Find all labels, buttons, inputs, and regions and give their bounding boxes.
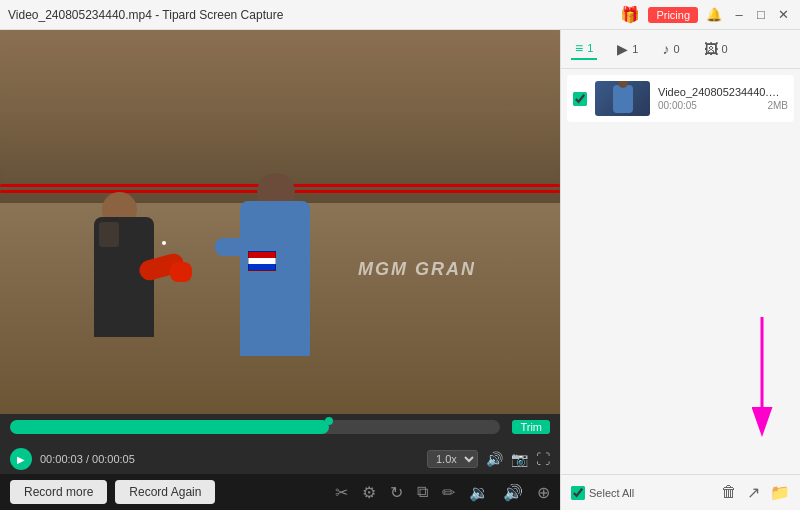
media-filename: Video_240805234440.mp4 [658, 86, 788, 98]
folder-icon[interactable]: 📁 [770, 483, 790, 502]
list-icon: ≡ [575, 40, 583, 56]
bottom-action-bar: Record more Record Again ✂ ⚙ ↻ ⧉ ✏ 🔉 🔊 ⊕ [0, 474, 560, 510]
referee [235, 156, 325, 356]
referee-body [240, 201, 310, 356]
time-total: 00:00:05 [92, 453, 135, 465]
mgm-grand-text: MGM GRAN [358, 259, 476, 280]
video-frame: MGM GRAN [0, 30, 560, 414]
title-bar: Video_240805234440.mp4 - Tipard Screen C… [0, 0, 800, 30]
maximize-button[interactable]: □ [752, 6, 770, 24]
more-icon[interactable]: ⊕ [537, 483, 550, 502]
select-all-label: Select All [589, 487, 634, 499]
boxer-left-glove [170, 262, 192, 282]
trim-button[interactable]: Trim [512, 420, 550, 434]
tab-audio[interactable]: ♪ 0 [658, 39, 683, 59]
audio-count: 0 [673, 43, 679, 55]
speed-select[interactable]: 1.0x 0.5x 1.5x 2.0x [427, 450, 478, 468]
us-flag [248, 251, 276, 271]
right-actions: Select All 🗑 ↗ 📁 [561, 474, 800, 510]
image-icon: 🖼 [704, 41, 718, 57]
copy-icon[interactable]: ⧉ [417, 483, 428, 501]
progress-fill [10, 420, 329, 434]
thumb-inner [595, 81, 650, 116]
media-list: Video_240805234440.mp4 00:00:05 2MB [561, 69, 800, 474]
tab-video[interactable]: ≡ 1 [571, 38, 597, 60]
video-count: 1 [587, 42, 593, 54]
right-tabs: ≡ 1 ▶ 1 ♪ 0 🖼 0 [561, 30, 800, 69]
media-size: 2MB [767, 100, 788, 111]
left-panel: MGM GRAN [0, 30, 560, 510]
right-panel: ≡ 1 ▶ 1 ♪ 0 🖼 0 [560, 30, 800, 510]
video-area[interactable]: MGM GRAN [0, 30, 560, 414]
select-all-area: Select All [571, 486, 634, 500]
window-title: Video_240805234440.mp4 - Tipard Screen C… [8, 8, 620, 22]
media-meta: 00:00:05 2MB [658, 100, 788, 111]
action-icons: 🗑 ↗ 📁 [721, 483, 790, 502]
select-all-checkbox[interactable] [571, 486, 585, 500]
play-count: 1 [632, 43, 638, 55]
referee-arm [215, 238, 245, 256]
play-button[interactable]: ▶ [10, 448, 32, 470]
bell-icon: 🔔 [706, 7, 722, 22]
media-info: Video_240805234440.mp4 00:00:05 2MB [658, 86, 788, 111]
window-controls: 🎁 Pricing 🔔 – □ ✕ [620, 5, 792, 24]
play-icon: ▶ [617, 41, 628, 57]
time-display: 00:00:03 / 00:00:05 [40, 453, 135, 465]
progress-thumb[interactable] [325, 417, 333, 425]
delete-icon[interactable]: 🗑 [721, 483, 737, 502]
media-item[interactable]: Video_240805234440.mp4 00:00:05 2MB [567, 75, 794, 122]
pricing-button[interactable]: Pricing [648, 7, 698, 23]
thumb-figure [613, 85, 633, 113]
media-checkbox[interactable] [573, 92, 587, 106]
fullscreen-icon[interactable]: ⛶ [536, 451, 550, 467]
volume-up-icon[interactable]: 🔊 [503, 483, 523, 502]
music-icon: ♪ [662, 41, 669, 57]
rotate-icon[interactable]: ↻ [390, 483, 403, 502]
timeline-area: Trim [0, 414, 560, 444]
image-count: 0 [722, 43, 728, 55]
tab-image[interactable]: 🖼 0 [700, 39, 732, 59]
audio-icon[interactable]: 🔉 [469, 483, 489, 502]
cut-icon[interactable]: ✂ [335, 483, 348, 502]
minimize-button[interactable]: – [730, 6, 748, 24]
main-container: MGM GRAN [0, 30, 800, 510]
gift-icon: 🎁 [620, 5, 640, 24]
export-icon[interactable]: ↗ [747, 483, 760, 502]
controls-bar: ▶ 00:00:03 / 00:00:05 1.0x 0.5x 1.5x 2.0… [0, 444, 560, 474]
record-more-button[interactable]: Record more [10, 480, 107, 504]
volume-icon[interactable]: 🔊 [486, 451, 503, 467]
time-current: 00:00:03 [40, 453, 83, 465]
record-again-button[interactable]: Record Again [115, 480, 215, 504]
boxer-left [84, 177, 184, 337]
tab-play[interactable]: ▶ 1 [613, 39, 642, 59]
bottom-tools: ✂ ⚙ ↻ ⧉ ✏ 🔉 🔊 ⊕ [335, 483, 550, 502]
media-thumbnail [595, 81, 650, 116]
edit-icon[interactable]: ✏ [442, 483, 455, 502]
boxer-tattoo [99, 222, 119, 247]
media-duration: 00:00:05 [658, 100, 697, 111]
equalizer-icon[interactable]: ⚙ [362, 483, 376, 502]
camera-icon[interactable]: 📷 [511, 451, 528, 467]
progress-bar[interactable] [10, 420, 500, 434]
close-button[interactable]: ✕ [774, 6, 792, 24]
